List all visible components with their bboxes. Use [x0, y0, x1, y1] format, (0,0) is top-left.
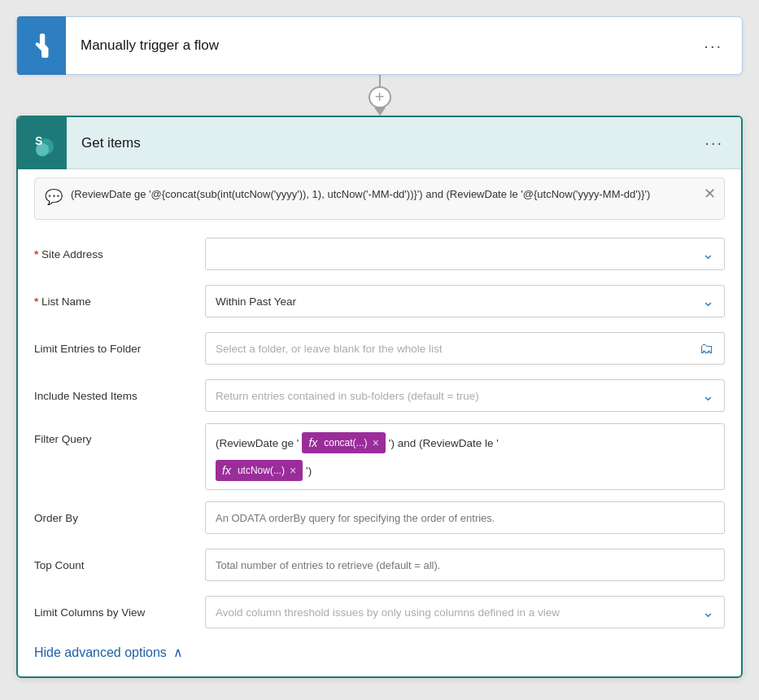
include-nested-label: Include Nested Items: [34, 390, 205, 402]
get-items-title: Get items: [67, 135, 698, 151]
filter-suffix-1: ') and (ReviewDate le ': [389, 437, 499, 449]
limit-columns-chevron-icon: ⌄: [702, 603, 714, 621]
site-address-chevron-icon: ⌄: [702, 245, 714, 263]
get-items-block: S Get items ··· 💬 (ReviewDate ge '@{conc…: [16, 116, 743, 678]
utcnow-chip-text: utcNow(...): [238, 465, 285, 476]
concat-chip[interactable]: fx concat(...) ×: [302, 432, 385, 453]
filter-suffix-2: '): [306, 465, 312, 477]
site-address-label: Site Address: [34, 248, 205, 260]
connector-arrow: [374, 107, 386, 116]
list-name-label: List Name: [34, 295, 205, 308]
folder-icon: 🗂: [700, 340, 714, 357]
site-address-row: Site Address ⌄: [34, 234, 725, 273]
utcnow-chip[interactable]: fx utcNow(...) ×: [216, 460, 303, 481]
list-name-chevron-icon: ⌄: [702, 292, 714, 310]
fx-label-2: fx: [222, 464, 231, 477]
formula-message-bar: 💬 (ReviewDate ge '@{concat(sub(int(utcNo…: [34, 177, 725, 220]
svg-text:S: S: [35, 134, 42, 147]
connector: +: [369, 75, 391, 116]
list-name-row: List Name Within Past Year ⌄: [34, 282, 725, 321]
formula-message-text: (ReviewDate ge '@{concat(sub(int(utcNow(…: [71, 186, 695, 203]
concat-chip-close[interactable]: ×: [373, 436, 379, 449]
get-items-header: S Get items ···: [18, 117, 741, 169]
add-step-button[interactable]: +: [369, 86, 391, 108]
message-icon: 💬: [45, 188, 63, 206]
limit-entries-label: Limit Entries to Folder: [34, 343, 205, 355]
include-nested-row: Include Nested Items Return entries cont…: [34, 376, 725, 415]
formula-message-close-button[interactable]: ✕: [704, 185, 716, 203]
order-by-row: Order By: [34, 498, 725, 537]
limit-columns-label: Limit Columns by View: [34, 606, 205, 619]
sharepoint-icon: S: [28, 129, 57, 158]
flow-container: Manually trigger a flow ··· + S Get item…: [16, 16, 743, 678]
get-items-body: 💬 (ReviewDate ge '@{concat(sub(int(utcNo…: [18, 169, 741, 676]
filter-line-2: fx utcNow(...) × '): [216, 460, 312, 481]
filter-prefix-1: (ReviewDate ge ': [216, 437, 299, 449]
site-address-dropdown[interactable]: ⌄: [205, 238, 725, 270]
list-name-dropdown[interactable]: Within Past Year ⌄: [205, 285, 725, 317]
filter-query-row: Filter Query (ReviewDate ge ' fx concat(…: [34, 423, 725, 490]
include-nested-placeholder: Return entries contained in sub-folders …: [216, 390, 479, 402]
utcnow-chip-close[interactable]: ×: [290, 464, 296, 477]
include-nested-dropdown[interactable]: Return entries contained in sub-folders …: [205, 379, 725, 412]
fx-label-1: fx: [308, 436, 317, 449]
limit-entries-placeholder: Select a folder, or leave blank for the …: [216, 343, 442, 355]
top-count-label: Top Count: [34, 559, 205, 571]
trigger-ellipsis-button[interactable]: ···: [697, 33, 729, 59]
limit-entries-row: Limit Entries to Folder Select a folder,…: [34, 329, 725, 368]
include-nested-chevron-icon: ⌄: [702, 387, 714, 405]
hide-advanced-button[interactable]: Hide advanced options ∧: [34, 645, 725, 660]
order-by-label: Order By: [34, 512, 205, 524]
hand-icon: [28, 32, 55, 59]
trigger-title: Manually trigger a flow: [66, 37, 697, 54]
chevron-up-icon: ∧: [173, 645, 183, 660]
filter-line-1: (ReviewDate ge ' fx concat(...) × ') and…: [216, 432, 499, 453]
top-count-row: Top Count: [34, 545, 725, 584]
limit-columns-placeholder: Avoid column threshold issues by only us…: [216, 606, 560, 619]
connector-line-top: [379, 75, 381, 86]
trigger-icon-box: [17, 16, 66, 75]
get-items-icon-box: S: [18, 117, 67, 169]
hide-advanced-label: Hide advanced options: [34, 645, 167, 660]
concat-chip-text: concat(...): [324, 437, 367, 448]
list-name-value: Within Past Year: [216, 295, 296, 308]
filter-query-label: Filter Query: [34, 423, 205, 445]
filter-query-control[interactable]: (ReviewDate ge ' fx concat(...) × ') and…: [205, 423, 725, 490]
limit-entries-input[interactable]: Select a folder, or leave blank for the …: [205, 332, 725, 365]
limit-columns-dropdown[interactable]: Avoid column threshold issues by only us…: [205, 596, 725, 628]
limit-columns-row: Limit Columns by View Avoid column thres…: [34, 593, 725, 632]
get-items-ellipsis-button[interactable]: ···: [698, 130, 730, 155]
order-by-input[interactable]: [205, 501, 725, 534]
trigger-block: Manually trigger a flow ···: [16, 16, 743, 75]
top-count-input[interactable]: [205, 549, 725, 581]
